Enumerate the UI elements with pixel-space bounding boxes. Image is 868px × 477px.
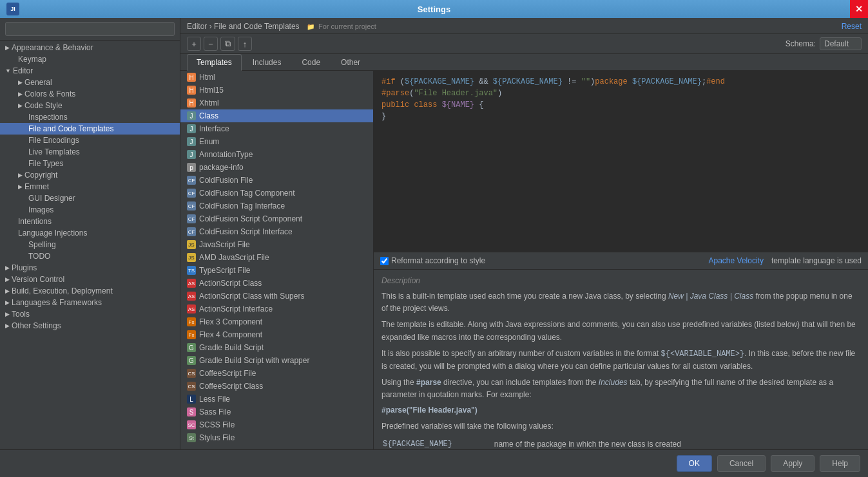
var-desc-package: name of the package in which the new cla… xyxy=(494,438,859,449)
sidebar-item-intentions[interactable]: Intentions xyxy=(0,216,180,227)
sidebar-item-spelling[interactable]: Spelling xyxy=(0,239,180,250)
file-item-coffeescript[interactable]: CS CoffeeScript File xyxy=(180,367,373,380)
help-button[interactable]: Help xyxy=(820,455,860,472)
ok-button[interactable]: OK xyxy=(677,455,712,472)
sidebar-item-file-types[interactable]: File Types xyxy=(0,158,180,169)
sidebar-item-copyright[interactable]: ▶ Copyright xyxy=(0,169,180,181)
file-item-coffeescript-class[interactable]: CS CoffeeScript Class xyxy=(180,380,373,393)
sidebar-item-version-control[interactable]: ▶ Version Control xyxy=(0,274,180,285)
sidebar-item-images[interactable]: Images xyxy=(0,204,180,216)
sidebar-item-language-injections[interactable]: Language Injections xyxy=(0,227,180,239)
coffee-icon: CS xyxy=(187,369,196,378)
cancel-button[interactable]: Cancel xyxy=(717,455,766,472)
arrow-icon: ▶ xyxy=(18,91,23,97)
sidebar: ▶ Appearance & Behavior Keymap ▼ Editor … xyxy=(0,18,180,449)
sidebar-item-emmet[interactable]: ▶ Emmet xyxy=(0,181,180,192)
file-item-ts[interactable]: TS TypeScript File xyxy=(180,264,373,277)
tab-other[interactable]: Other xyxy=(331,54,370,70)
code-line-1: #if (${PACKAGE_NAME} && ${PACKAGE_NAME} … xyxy=(381,76,860,88)
file-item-as-interface[interactable]: AS ActionScript Interface xyxy=(180,303,373,315)
export-button[interactable]: ↑ xyxy=(238,37,252,51)
apache-velocity-link[interactable]: Apache Velocity xyxy=(709,256,764,265)
file-item-as-class[interactable]: AS ActionScript Class xyxy=(180,277,373,290)
file-item-flex4[interactable]: Fx Flex 4 Component xyxy=(180,328,373,341)
file-item-interface[interactable]: J Interface xyxy=(180,122,373,135)
file-item-cf-script-component[interactable]: CF ColdFusion Script Component xyxy=(180,212,373,225)
sidebar-item-inspections[interactable]: Inspections xyxy=(0,111,180,123)
reformat-label: Reformat according to style xyxy=(391,256,485,265)
file-item-js[interactable]: JS JavaScript File xyxy=(180,238,373,251)
file-item-sass[interactable]: S Sass File xyxy=(180,406,373,418)
java-icon: J xyxy=(187,150,196,159)
reformat-checkbox-label[interactable]: Reformat according to style xyxy=(380,256,485,265)
close-button[interactable]: ✕ xyxy=(850,0,868,18)
search-input[interactable] xyxy=(5,22,175,36)
window-title: Settings xyxy=(418,5,450,14)
file-item-class[interactable]: J Class xyxy=(180,109,373,122)
sidebar-item-gui-designer[interactable]: GUI Designer xyxy=(0,192,180,204)
file-item-annotationtype[interactable]: J AnnotationType xyxy=(180,148,373,161)
file-item-cf-tag-interface[interactable]: CF ColdFusion Tag Interface xyxy=(180,200,373,212)
sidebar-item-keymap[interactable]: Keymap xyxy=(0,53,180,65)
sidebar-item-other-settings[interactable]: ▶ Other Settings xyxy=(0,320,180,332)
file-item-gradle[interactable]: G Gradle Build Script xyxy=(180,341,373,354)
js-icon: JS xyxy=(187,253,196,262)
file-item-cf-tag-component[interactable]: CF ColdFusion Tag Component xyxy=(180,187,373,200)
sidebar-item-languages[interactable]: ▶ Languages & Frameworks xyxy=(0,297,180,308)
cf-icon: CF xyxy=(187,227,196,236)
apply-button[interactable]: Apply xyxy=(771,455,815,472)
file-item-cf-file[interactable]: CF ColdFusion File xyxy=(180,174,373,187)
sidebar-item-build[interactable]: ▶ Build, Execution, Deployment xyxy=(0,285,180,297)
file-item-xhtml[interactable]: H Xhtml xyxy=(180,97,373,109)
java-icon: J xyxy=(187,124,196,133)
stylus-icon: St xyxy=(187,433,196,442)
file-item-gradle-wrapper[interactable]: G Gradle Build Script with wrapper xyxy=(180,354,373,367)
sidebar-item-plugins[interactable]: ▶ Plugins xyxy=(0,262,180,274)
sass-icon: S xyxy=(187,407,196,416)
file-item-less[interactable]: L Less File xyxy=(180,393,373,406)
file-item-as-class-supers[interactable]: AS ActionScript Class with Supers xyxy=(180,290,373,303)
remove-button[interactable]: − xyxy=(204,37,218,51)
description-body: This is a built-in template used each ti… xyxy=(381,290,860,449)
sidebar-item-code-style[interactable]: ▶ Code Style xyxy=(0,100,180,111)
sidebar-item-colors-fonts[interactable]: ▶ Colors & Fonts xyxy=(0,88,180,100)
file-item-html[interactable]: H Html xyxy=(180,71,373,84)
reformat-checkbox[interactable] xyxy=(380,257,389,265)
project-icon: 📁 xyxy=(307,23,314,30)
copy-button[interactable]: ⧉ xyxy=(220,37,235,51)
tab-templates[interactable]: Templates xyxy=(187,54,242,71)
sidebar-item-appearance[interactable]: ▶ Appearance & Behavior xyxy=(0,42,180,53)
sidebar-item-general[interactable]: ▶ General xyxy=(0,77,180,88)
sidebar-item-live-templates[interactable]: Live Templates xyxy=(0,146,180,158)
file-item-enum[interactable]: J Enum xyxy=(180,135,373,148)
code-line-2: #parse("File Header.java") xyxy=(381,88,860,99)
sidebar-item-tools[interactable]: ▶ Tools xyxy=(0,308,180,320)
scss-icon: SC xyxy=(187,420,196,429)
file-item-html15[interactable]: H Html15 xyxy=(180,84,373,97)
schema-select[interactable]: Default xyxy=(820,37,862,50)
java-icon: J xyxy=(187,137,196,146)
file-item-flex3[interactable]: Fx Flex 3 Component xyxy=(180,315,373,328)
reset-link[interactable]: Reset xyxy=(842,22,862,31)
breadcrumb: Editor › File and Code Templates 📁 For c… xyxy=(187,22,376,31)
file-item-cf-script-interface[interactable]: CF ColdFusion Script Interface xyxy=(180,225,373,238)
html-icon: H xyxy=(187,86,196,95)
file-item-stylus[interactable]: St Stylus File xyxy=(180,431,373,444)
sidebar-item-editor[interactable]: ▼ Editor xyxy=(0,65,180,77)
sidebar-item-file-encodings[interactable]: File Encodings xyxy=(0,135,180,146)
arrow-icon: ▶ xyxy=(5,276,10,283)
file-item-amd-js[interactable]: JS AMD JavaScript File xyxy=(180,251,373,264)
arrow-icon: ▶ xyxy=(18,102,23,109)
add-button[interactable]: + xyxy=(187,37,201,51)
tab-code[interactable]: Code xyxy=(292,54,330,70)
toolbar-row: + − ⧉ ↑ Schema: Default xyxy=(180,34,868,54)
right-panel: Editor › File and Code Templates 📁 For c… xyxy=(180,18,868,449)
sidebar-item-todo[interactable]: TODO xyxy=(0,250,180,262)
file-item-scss[interactable]: SC SCSS File xyxy=(180,418,373,431)
as-icon: AS xyxy=(187,279,196,288)
tab-includes[interactable]: Includes xyxy=(243,54,291,70)
file-item-packageinfo[interactable]: p package-info xyxy=(180,161,373,174)
split-area: H Html H Html15 H Xhtml J Class xyxy=(180,71,868,449)
sidebar-item-file-code-templates[interactable]: File and Code Templates xyxy=(0,123,180,135)
code-editor[interactable]: #if (${PACKAGE_NAME} && ${PACKAGE_NAME} … xyxy=(374,71,868,252)
